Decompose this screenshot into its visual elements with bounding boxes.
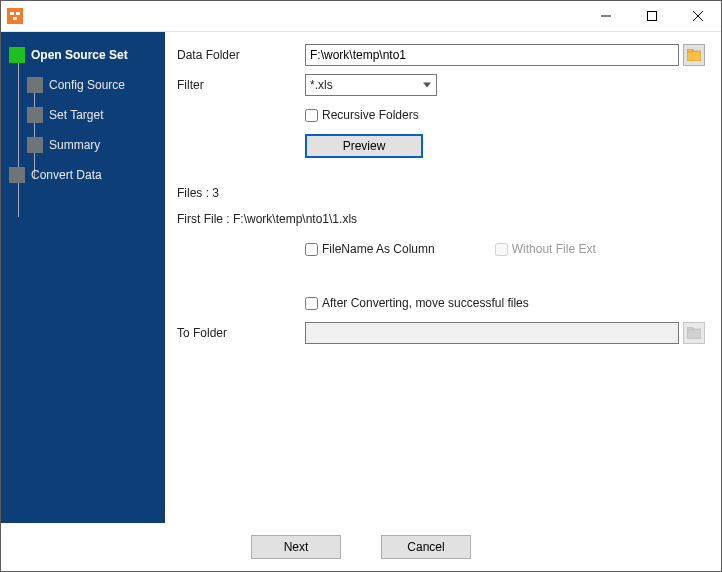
cancel-button[interactable]: Cancel — [381, 535, 471, 559]
svg-rect-1 — [10, 12, 14, 15]
titlebar — [1, 1, 721, 32]
main-panel: Data Folder Filter *.xls — [165, 32, 721, 523]
svg-rect-11 — [687, 327, 693, 330]
row-first-file: First File : F:\work\temp\nto1\1.xls — [177, 208, 705, 230]
after-converting-label: After Converting, move successful files — [322, 296, 529, 310]
row-recursive: Recursive Folders — [177, 104, 705, 126]
sidebar: Open Source Set Config Source Set Target… — [1, 32, 165, 523]
minimize-button[interactable] — [583, 1, 629, 31]
sidebar-item-label: Open Source Set — [31, 48, 128, 62]
filename-as-column-checkbox[interactable]: FileName As Column — [305, 242, 435, 256]
row-after-convert: After Converting, move successful files — [177, 292, 705, 314]
sidebar-item-summary[interactable]: Summary — [1, 130, 165, 160]
filter-combo[interactable]: *.xls — [305, 74, 437, 96]
svg-rect-5 — [648, 12, 657, 21]
sidebar-item-open-source-set[interactable]: Open Source Set — [1, 40, 165, 70]
after-converting-input[interactable] — [305, 297, 318, 310]
without-file-ext-checkbox: Without File Ext — [495, 242, 596, 256]
svg-rect-9 — [687, 49, 693, 52]
footer: Next Cancel — [1, 523, 721, 571]
filename-as-column-input[interactable] — [305, 243, 318, 256]
svg-rect-3 — [13, 17, 17, 20]
row-filename-col: FileName As Column Without File Ext — [177, 238, 705, 260]
sidebar-item-convert-data[interactable]: Convert Data — [1, 160, 165, 190]
browse-data-folder-button[interactable] — [683, 44, 705, 66]
maximize-button[interactable] — [629, 1, 675, 31]
close-button[interactable] — [675, 1, 721, 31]
files-count-text: Files : 3 — [177, 186, 219, 200]
sidebar-item-label: Set Target — [49, 108, 103, 122]
data-folder-label: Data Folder — [177, 48, 305, 62]
data-folder-input[interactable] — [305, 44, 679, 66]
preview-button[interactable]: Preview — [305, 134, 423, 158]
svg-rect-8 — [687, 51, 701, 61]
sidebar-item-label: Convert Data — [31, 168, 102, 182]
sidebar-item-label: Summary — [49, 138, 100, 152]
folder-icon — [687, 327, 701, 339]
next-button[interactable]: Next — [251, 535, 341, 559]
row-filter: Filter *.xls — [177, 74, 705, 96]
after-converting-checkbox[interactable]: After Converting, move successful files — [305, 296, 529, 310]
recursive-folders-label: Recursive Folders — [322, 108, 419, 122]
step-node-icon — [27, 77, 43, 93]
filter-label: Filter — [177, 78, 305, 92]
step-node-icon — [9, 167, 25, 183]
row-to-folder: To Folder — [177, 322, 705, 344]
sidebar-item-set-target[interactable]: Set Target — [1, 100, 165, 130]
without-file-ext-label: Without File Ext — [512, 242, 596, 256]
recursive-folders-input[interactable] — [305, 109, 318, 122]
content: Open Source Set Config Source Set Target… — [1, 32, 721, 523]
to-folder-input — [305, 322, 679, 344]
step-node-icon — [9, 47, 25, 63]
svg-rect-10 — [687, 329, 701, 339]
step-node-icon — [27, 137, 43, 153]
row-data-folder: Data Folder — [177, 44, 705, 66]
recursive-folders-checkbox[interactable]: Recursive Folders — [305, 108, 419, 122]
filter-value: *.xls — [310, 78, 333, 92]
browse-to-folder-button — [683, 322, 705, 344]
step-node-icon — [27, 107, 43, 123]
svg-rect-0 — [7, 8, 23, 24]
row-preview: Preview — [177, 134, 705, 158]
row-files-count: Files : 3 — [177, 182, 705, 204]
app-icon — [7, 8, 23, 24]
first-file-text: First File : F:\work\temp\nto1\1.xls — [177, 212, 357, 226]
window-controls — [583, 1, 721, 31]
without-file-ext-input — [495, 243, 508, 256]
svg-rect-2 — [16, 12, 20, 15]
to-folder-label: To Folder — [177, 326, 305, 340]
sidebar-item-config-source[interactable]: Config Source — [1, 70, 165, 100]
filename-as-column-label: FileName As Column — [322, 242, 435, 256]
folder-icon — [687, 49, 701, 61]
sidebar-item-label: Config Source — [49, 78, 125, 92]
